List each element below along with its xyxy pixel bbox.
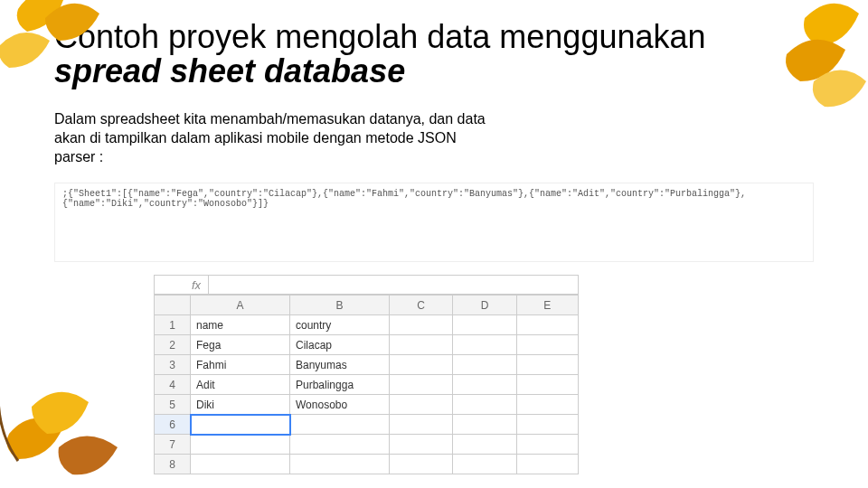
table-row: 5 Diki Wonosobo bbox=[155, 395, 579, 415]
cell[interactable]: Fahmi bbox=[191, 355, 290, 375]
table-row: 3 Fahmi Banyumas bbox=[155, 355, 579, 375]
leaf-decoration-top-left bbox=[0, 0, 127, 108]
cell[interactable] bbox=[453, 415, 516, 435]
cell[interactable] bbox=[516, 435, 578, 455]
table-row: 1 name country bbox=[155, 315, 579, 335]
row-header[interactable]: 4 bbox=[155, 375, 191, 395]
cell[interactable] bbox=[290, 435, 390, 455]
cell[interactable] bbox=[390, 395, 453, 415]
cell[interactable] bbox=[453, 435, 516, 455]
cell[interactable] bbox=[516, 355, 578, 375]
col-header-b[interactable]: B bbox=[290, 296, 390, 315]
row-header[interactable]: 1 bbox=[155, 315, 191, 335]
table-row: 2 Fega Cilacap bbox=[155, 335, 579, 355]
cell[interactable] bbox=[390, 355, 453, 375]
row-header[interactable]: 7 bbox=[155, 435, 191, 455]
leaf-decoration-bottom-left bbox=[0, 361, 136, 488]
cell[interactable] bbox=[516, 315, 578, 335]
cell[interactable] bbox=[516, 415, 578, 435]
cell[interactable] bbox=[390, 315, 453, 335]
fx-label: fx bbox=[155, 276, 209, 294]
cell-active[interactable] bbox=[191, 415, 290, 435]
cell[interactable]: country bbox=[290, 315, 390, 335]
row-header[interactable]: 3 bbox=[155, 355, 191, 375]
corner-cell[interactable] bbox=[155, 296, 191, 315]
cell[interactable]: Purbalingga bbox=[290, 375, 390, 395]
leaf-decoration-top-right bbox=[750, 0, 868, 127]
cell[interactable] bbox=[390, 335, 453, 355]
cell[interactable] bbox=[390, 455, 453, 474]
cell[interactable]: Wonosobo bbox=[290, 395, 390, 415]
column-header-row: A B C D E bbox=[155, 296, 579, 315]
cell[interactable] bbox=[453, 395, 516, 415]
cell[interactable] bbox=[453, 335, 516, 355]
table-row: 7 bbox=[155, 435, 579, 455]
spreadsheet-grid: A B C D E 1 name country 2 Fega Cilacap bbox=[154, 295, 579, 474]
cell[interactable] bbox=[390, 415, 453, 435]
formula-bar: fx bbox=[154, 275, 579, 295]
spreadsheet: fx A B C D E 1 name country bbox=[154, 275, 579, 474]
row-header[interactable]: 8 bbox=[155, 455, 191, 474]
cell[interactable] bbox=[516, 455, 578, 474]
cell[interactable] bbox=[191, 435, 290, 455]
row-header[interactable]: 2 bbox=[155, 335, 191, 355]
title-line-1: Contoh proyek mengolah data menggunakan bbox=[54, 18, 814, 56]
cell[interactable] bbox=[290, 415, 390, 435]
col-header-a[interactable]: A bbox=[191, 296, 290, 315]
col-header-c[interactable]: C bbox=[390, 296, 453, 315]
title-line-2: spread sheet database bbox=[54, 52, 814, 90]
row-header[interactable]: 5 bbox=[155, 395, 191, 415]
col-header-d[interactable]: D bbox=[453, 296, 516, 315]
cell[interactable]: Cilacap bbox=[290, 335, 390, 355]
json-output-box: ;{"Sheet1":[{"name":"Fega","country":"Ci… bbox=[54, 183, 814, 262]
cell[interactable] bbox=[516, 395, 578, 415]
cell[interactable] bbox=[453, 355, 516, 375]
table-row: 8 bbox=[155, 455, 579, 474]
cell[interactable] bbox=[390, 435, 453, 455]
table-row: 4 Adit Purbalingga bbox=[155, 375, 579, 395]
formula-input[interactable] bbox=[209, 276, 578, 294]
cell[interactable]: Diki bbox=[191, 395, 290, 415]
cell[interactable] bbox=[290, 455, 390, 474]
cell[interactable]: Fega bbox=[191, 335, 290, 355]
cell[interactable] bbox=[516, 335, 578, 355]
cell[interactable] bbox=[453, 375, 516, 395]
cell[interactable] bbox=[390, 375, 453, 395]
row-header[interactable]: 6 bbox=[155, 415, 191, 435]
cell[interactable] bbox=[191, 455, 290, 474]
cell[interactable]: Adit bbox=[191, 375, 290, 395]
cell[interactable] bbox=[516, 375, 578, 395]
cell[interactable] bbox=[453, 455, 516, 474]
cell[interactable]: Banyumas bbox=[290, 355, 390, 375]
col-header-e[interactable]: E bbox=[516, 296, 578, 315]
description-text: Dalam spreadsheet kita menambah/memasuka… bbox=[54, 110, 488, 166]
cell[interactable] bbox=[453, 315, 516, 335]
cell[interactable]: name bbox=[191, 315, 290, 335]
table-row: 6 bbox=[155, 415, 579, 435]
